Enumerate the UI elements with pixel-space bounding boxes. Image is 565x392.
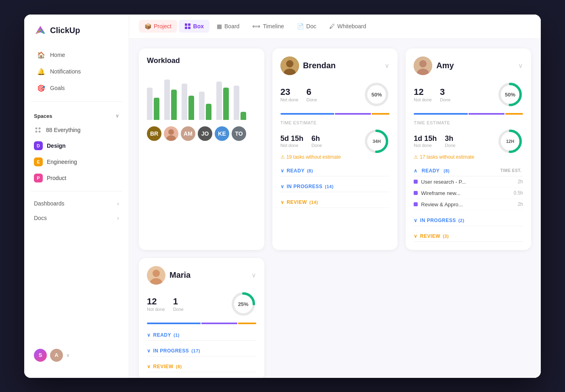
svg-point-2 bbox=[36, 130, 38, 132]
logo: ClickUp bbox=[24, 24, 129, 47]
bar-group-5 bbox=[216, 82, 229, 120]
brendan-progress-text: 50% bbox=[371, 91, 382, 97]
bar-grey bbox=[164, 80, 170, 120]
tab-board[interactable]: ▦ Board bbox=[211, 20, 245, 33]
brendan-inprogress-header[interactable]: ∨ IN PROGRESS (14) bbox=[280, 181, 390, 192]
project-icon: 📦 bbox=[144, 23, 151, 29]
amy-menu-icon[interactable]: ∨ bbox=[518, 62, 523, 69]
bar-group-4 bbox=[199, 92, 211, 120]
sidebar-item-everything[interactable]: 88 Everything bbox=[24, 123, 129, 137]
amy-done: 3 Done bbox=[440, 87, 450, 102]
tab-doc[interactable]: 📄 Doc bbox=[291, 20, 322, 33]
brendan-card: Brendan ∨ 23 Not done 6 Done bbox=[272, 48, 398, 250]
user-avatar-s[interactable]: S bbox=[34, 349, 47, 362]
blue-bar bbox=[414, 113, 467, 115]
amy-stats: 12 Not done 3 Done 50% bbox=[414, 82, 523, 107]
brendan-review-header[interactable]: ∨ REVIEW (14) bbox=[280, 197, 390, 208]
user-avatar-a[interactable]: A bbox=[50, 349, 63, 362]
whiteboard-icon: 🖊 bbox=[329, 23, 335, 29]
purple-bar bbox=[469, 113, 504, 115]
sidebar-item-design[interactable]: D Design bbox=[24, 138, 129, 153]
board-icon: ▦ bbox=[217, 23, 222, 29]
bar-green bbox=[154, 98, 159, 120]
user-menu-chevron[interactable]: ∨ bbox=[66, 352, 70, 358]
task-dot bbox=[414, 180, 418, 184]
workload-card: Workload bbox=[139, 48, 264, 250]
svg-rect-4 bbox=[185, 23, 187, 26]
brendan-warning: ⚠ 19 tasks without estimate bbox=[280, 154, 390, 160]
avatar-maria bbox=[164, 126, 178, 141]
brendan-avatar bbox=[280, 57, 299, 75]
bar-grey bbox=[199, 92, 205, 120]
brendan-header: Brendan ∨ bbox=[280, 57, 390, 75]
sidebar-item-docs[interactable]: Docs › bbox=[24, 211, 129, 225]
avatar-ke: KE bbox=[215, 126, 229, 141]
yellow-bar bbox=[505, 113, 523, 115]
sidebar-item-dashboards[interactable]: Dashboards › bbox=[24, 196, 129, 211]
tab-project[interactable]: 📦 Project bbox=[139, 20, 177, 33]
sidebar-item-engineering[interactable]: E Engineering bbox=[24, 154, 129, 170]
divider bbox=[31, 101, 122, 102]
maria-not-done: 12 Not done bbox=[147, 296, 165, 312]
logo-text: ClickUp bbox=[50, 26, 80, 35]
amy-review-header[interactable]: ∨ REVIEW (3) bbox=[414, 231, 523, 242]
divider2 bbox=[31, 191, 122, 191]
maria-ready-group: ∨ READY (1) bbox=[147, 330, 256, 341]
bar-green bbox=[171, 90, 177, 120]
task-dot bbox=[414, 202, 418, 206]
amy-ready-group: ∧ READY (8) TIME EST. User research - P.… bbox=[414, 166, 523, 210]
engineering-badge: E bbox=[34, 157, 43, 166]
brendan-ready-header[interactable]: ∨ READY (8) bbox=[280, 166, 390, 176]
task-row-1: User research - P... 2h bbox=[414, 176, 523, 188]
brendan-time-ring: 34H bbox=[364, 128, 389, 154]
sidebar-item-goals[interactable]: 🎯 Goals bbox=[27, 80, 126, 96]
maria-review-header[interactable]: ∨ REVIEW (8) bbox=[147, 361, 256, 372]
sidebar-item-product[interactable]: P Product bbox=[24, 170, 129, 186]
amy-inprogress-header[interactable]: ∨ IN PROGRESS (2) bbox=[414, 215, 523, 226]
avatar-jo: JO bbox=[198, 126, 212, 141]
amy-card: Amy ∨ 12 Not done 3 Done bbox=[406, 48, 531, 250]
tab-whiteboard[interactable]: 🖊 Whiteboard bbox=[324, 20, 372, 33]
main-content: 📦 Project Box ▦ Board ⟺ Timeline bbox=[129, 15, 541, 378]
workload-avatars: BR AM JO KE TO bbox=[147, 126, 256, 141]
tab-timeline[interactable]: ⟺ Timeline bbox=[247, 20, 289, 33]
svg-point-3 bbox=[39, 130, 41, 132]
chevron-right-icon: › bbox=[117, 200, 119, 207]
home-icon: 🏠 bbox=[37, 51, 45, 59]
chevron-right-icon2: › bbox=[117, 215, 119, 221]
amy-ready-header[interactable]: ∧ READY (8) TIME EST. bbox=[414, 166, 523, 176]
tab-box[interactable]: Box bbox=[179, 20, 209, 33]
doc-icon: 📄 bbox=[297, 23, 304, 29]
avatar-amy: AM bbox=[181, 126, 195, 141]
brendan-name: Brendan bbox=[303, 61, 336, 70]
chevron-down-icon[interactable]: ∨ bbox=[115, 113, 119, 119]
task-row-3: Review & Appro... 2h bbox=[414, 199, 523, 210]
brendan-review-group: ∨ REVIEW (14) bbox=[280, 197, 390, 208]
maria-inprogress-group: ∨ IN PROGRESS (17) bbox=[147, 346, 256, 356]
brendan-done: 6 Done bbox=[306, 87, 317, 102]
maria-info: Maria bbox=[147, 266, 190, 285]
brendan-status-bar bbox=[280, 113, 390, 115]
maria-inprogress-header[interactable]: ∨ IN PROGRESS (17) bbox=[147, 346, 256, 356]
svg-rect-6 bbox=[185, 27, 187, 29]
sidebar-bottom: S A ∨ bbox=[24, 342, 129, 368]
everything-icon bbox=[34, 126, 42, 134]
brendan-info: Brendan bbox=[280, 57, 336, 75]
maria-menu-icon[interactable]: ∨ bbox=[251, 271, 256, 279]
maria-ready-header[interactable]: ∨ READY (1) bbox=[147, 330, 256, 341]
bar-grey bbox=[182, 84, 187, 120]
maria-progress-ring: 25% bbox=[230, 291, 256, 317]
purple-bar bbox=[201, 323, 237, 324]
amy-info: Amy bbox=[414, 57, 454, 75]
spaces-header: Spaces ∨ bbox=[24, 107, 129, 122]
bar-group-3 bbox=[182, 84, 194, 120]
brendan-menu-icon[interactable]: ∨ bbox=[385, 62, 389, 69]
brendan-stats: 23 Not done 6 Done 50% bbox=[280, 82, 390, 107]
sidebar-item-notifications[interactable]: 🔔 Notifications bbox=[27, 64, 126, 80]
workload-title: Workload bbox=[147, 57, 256, 65]
amy-not-done: 12 Not done bbox=[414, 87, 432, 102]
yellow-bar bbox=[372, 113, 389, 115]
purple-bar bbox=[335, 113, 371, 115]
sidebar-item-home[interactable]: 🏠 Home bbox=[27, 47, 126, 63]
brendan-time-estimate: TIME ESTIMATE 5d 15h Not done 6h Done bbox=[280, 120, 390, 160]
